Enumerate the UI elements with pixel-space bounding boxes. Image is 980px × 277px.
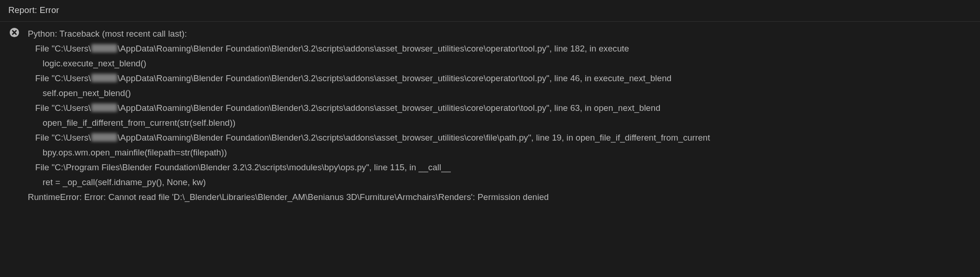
traceback-text-segment: \AppData\Roaming\Blender Foundation\Blen…	[118, 44, 629, 53]
traceback-text-segment: File "C:\Users\	[35, 44, 91, 53]
icon-column	[5, 26, 22, 38]
report-header: Report: Error	[0, 0, 980, 22]
traceback-line: File "C:\Users\\AppData\Roaming\Blender …	[28, 130, 975, 145]
traceback-line: File "C:\Users\\AppData\Roaming\Blender …	[28, 41, 975, 56]
traceback-text-segment: Python: Traceback (most recent call last…	[28, 29, 187, 39]
traceback-line: File "C:\Users\\AppData\Roaming\Blender …	[28, 71, 975, 86]
traceback-text-segment: RuntimeError: Error: Cannot read file 'D…	[28, 192, 549, 202]
traceback-text-segment: \AppData\Roaming\Blender Foundation\Blen…	[118, 103, 660, 113]
error-circle-x-icon	[9, 27, 19, 38]
redacted-username	[91, 44, 117, 52]
traceback-line: open_file_if_different_from_current(str(…	[28, 116, 975, 130]
traceback-line: bpy.ops.wm.open_mainfile(filepath=str(fi…	[28, 145, 975, 160]
traceback-line: self.open_next_blend()	[28, 86, 975, 101]
redacted-username	[91, 133, 117, 142]
traceback-text-segment: File "C:\Program Files\Blender Foundatio…	[35, 162, 451, 172]
redacted-username	[91, 74, 117, 82]
traceback-lines: Python: Traceback (most recent call last…	[22, 26, 975, 205]
report-message: Python: Traceback (most recent call last…	[5, 26, 975, 205]
traceback-text-segment: File "C:\Users\	[35, 133, 91, 142]
redacted-username	[91, 103, 117, 112]
traceback-line: File "C:\Program Files\Blender Foundatio…	[28, 160, 975, 175]
traceback-line: File "C:\Users\\AppData\Roaming\Blender …	[28, 101, 975, 116]
traceback-text-segment: open_file_if_different_from_current(str(…	[43, 118, 235, 128]
report-title: Report: Error	[8, 5, 59, 15]
traceback-line: logic.execute_next_blend()	[28, 56, 975, 71]
traceback-text-segment: File "C:\Users\	[35, 73, 91, 83]
traceback-text-segment: bpy.ops.wm.open_mainfile(filepath=str(fi…	[43, 148, 227, 157]
traceback-text-segment: ret = _op_call(self.idname_py(), None, k…	[43, 177, 206, 187]
traceback-line: Python: Traceback (most recent call last…	[28, 26, 975, 41]
traceback-line: ret = _op_call(self.idname_py(), None, k…	[28, 175, 975, 190]
traceback-text-segment: \AppData\Roaming\Blender Foundation\Blen…	[118, 73, 671, 83]
traceback-text-segment: \AppData\Roaming\Blender Foundation\Blen…	[118, 133, 710, 142]
traceback-text-segment: self.open_next_blend()	[43, 88, 131, 98]
traceback-text-segment: logic.execute_next_blend()	[43, 58, 146, 68]
traceback-text-segment: File "C:\Users\	[35, 103, 91, 113]
traceback-line: RuntimeError: Error: Cannot read file 'D…	[28, 190, 975, 205]
report-body: Python: Traceback (most recent call last…	[0, 22, 980, 209]
